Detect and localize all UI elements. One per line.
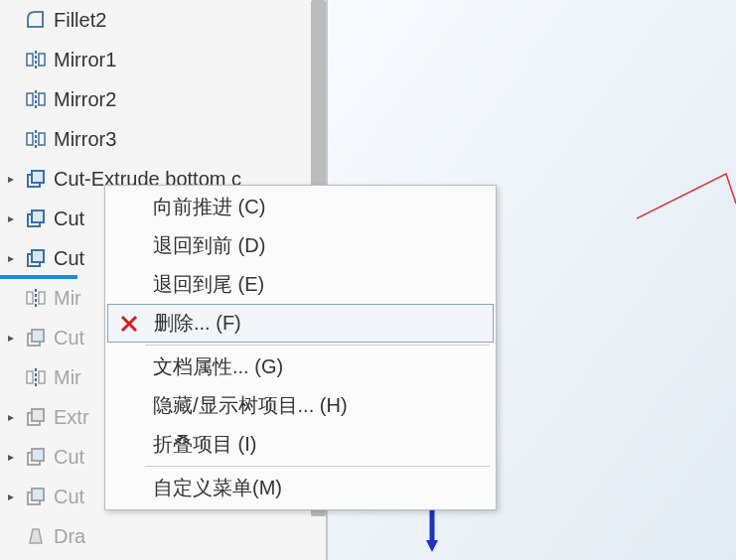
tree-item-label: Cut [54,486,84,508]
svg-rect-24 [32,409,44,421]
tree-item-label: Mirror1 [54,49,116,71]
menu-item-label: 删除... (F) [154,310,241,337]
cut-extrude-icon [24,326,48,350]
blank-icon [115,195,141,220]
svg-rect-6 [27,133,33,145]
svg-rect-10 [32,171,44,183]
model-edge [637,169,736,228]
cut-extrude-icon [24,485,48,508]
svg-rect-14 [32,250,44,262]
delete-icon [116,311,142,337]
menu-item-label: 文档属性... (G) [153,353,283,380]
expand-icon[interactable]: ▸ [8,211,22,225]
tree-item[interactable]: ▸Mirror1 [0,40,326,79]
tree-item-label: Mirror2 [54,88,116,111]
menu-item-label: 隐藏/显示树项目... (H) [153,392,348,419]
expand-icon[interactable]: ▸ [8,490,22,503]
tree-item[interactable]: ▸阵列(线性)1 [0,556,326,560]
svg-rect-19 [32,330,44,342]
svg-rect-0 [27,54,33,66]
svg-rect-3 [27,93,33,105]
menu-item[interactable]: 自定义菜单(M) [107,469,494,507]
svg-rect-21 [39,371,45,383]
blank-icon [115,432,141,458]
cut-extrude-icon [24,167,48,191]
svg-rect-26 [32,449,44,461]
rollback-bar[interactable] [0,275,77,279]
svg-rect-1 [39,54,45,66]
cut-extrude-icon [24,246,48,270]
mirror-icon [24,87,48,111]
menu-item-label: 自定义菜单(M) [153,475,282,501]
tree-item-label: Mirror3 [54,128,116,151]
menu-item-label: 向前推进 (C) [153,194,265,220]
svg-rect-7 [39,133,45,145]
tree-item[interactable]: ▸Mirror3 [0,119,326,159]
svg-rect-20 [27,371,33,383]
menu-item-label: 退回到尾 (E) [153,271,264,298]
menu-item[interactable]: 删除... (F) [107,304,494,343]
menu-item[interactable]: 退回到尾 (E) [107,265,494,304]
expand-icon[interactable]: ▸ [8,172,22,186]
tree-item-label: Fillet2 [54,9,106,32]
menu-item[interactable]: 退回到前 (D) [107,226,494,265]
svg-marker-36 [426,540,438,552]
tree-item[interactable]: ▸Fillet2 [0,0,326,40]
tree-item-label: Cut [54,208,84,230]
mirror-icon [24,127,48,151]
mirror-icon [24,365,48,389]
draft-icon [24,524,48,548]
tree-item-label: Cut [54,247,84,270]
svg-rect-4 [39,93,45,105]
blank-icon [115,354,141,380]
tree-item-label: Cut [54,446,84,469]
tree-item-label: Dra [54,525,85,548]
tree-item[interactable]: ▸Dra [0,516,326,556]
tree-item-label: Cut [54,327,84,350]
expand-icon[interactable]: ▸ [8,410,22,424]
cut-extrude-icon [24,207,48,230]
fillet-icon [24,8,48,32]
menu-item[interactable]: 隐藏/显示树项目... (H) [107,386,494,425]
mirror-icon [24,286,48,310]
mirror-icon [24,48,48,71]
tree-item-label: Mir [54,366,81,389]
menu-item[interactable]: 折叠项目 (I) [107,425,494,464]
menu-item[interactable]: 向前推进 (C) [107,188,494,226]
svg-rect-16 [39,292,45,304]
expand-icon[interactable]: ▸ [8,331,22,345]
tree-item[interactable]: ▸Mirror2 [0,79,326,119]
blank-icon [115,233,141,259]
extrude-icon [24,405,48,429]
blank-icon [115,393,141,419]
menu-separator [145,466,490,467]
context-menu: 向前推进 (C)退回到前 (D)退回到尾 (E)删除... (F)文档属性...… [104,185,497,510]
svg-rect-15 [27,292,33,304]
blank-icon [115,476,141,501]
menu-item-label: 退回到前 (D) [153,232,265,259]
blank-icon [115,272,141,298]
expand-icon[interactable]: ▸ [8,251,22,265]
svg-rect-28 [32,489,44,500]
expand-icon[interactable]: ▸ [8,450,22,464]
tree-item-label: Mir [54,287,81,310]
svg-rect-12 [32,210,44,222]
menu-separator [145,345,490,346]
menu-item-label: 折叠项目 (I) [153,431,256,458]
cut-extrude-icon [24,445,48,469]
menu-item[interactable]: 文档属性... (G) [107,348,494,386]
tree-item-label: Extr [54,406,89,429]
